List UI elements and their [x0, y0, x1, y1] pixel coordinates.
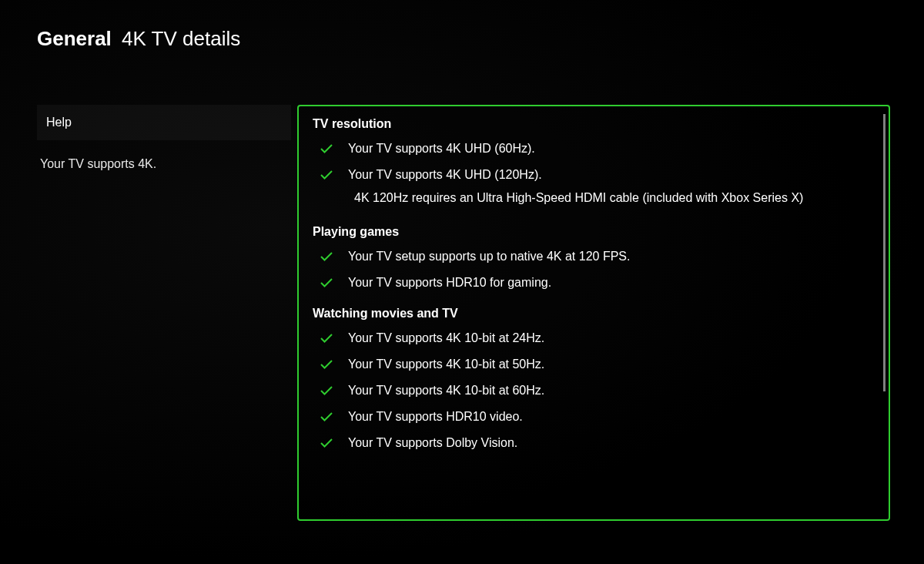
list-item: Your TV supports 4K 10-bit at 60Hz.	[313, 381, 875, 401]
list-item: Your TV supports 4K 10-bit at 50Hz.	[313, 354, 875, 374]
check-text: Your TV supports 4K 10-bit at 50Hz.	[348, 358, 544, 371]
check-text: Your TV supports 4K UHD (120Hz).	[348, 168, 542, 182]
check-text: Your TV supports HDR10 video.	[348, 410, 523, 424]
section-tv-resolution: TV resolution Your TV supports 4K UHD (6…	[313, 117, 875, 211]
sidebar-item-label: Help	[46, 116, 72, 129]
check-text: Your TV supports 4K UHD (60Hz).	[348, 142, 535, 156]
list-item: Your TV setup supports up to native 4K a…	[313, 247, 875, 267]
section-title: Playing games	[313, 225, 875, 239]
check-text: Your TV supports 4K 10-bit at 60Hz.	[348, 384, 544, 398]
check-icon	[320, 385, 337, 396]
list-item: Your TV supports Dolby Vision.	[313, 433, 875, 453]
sidebar: Help Your TV supports 4K.	[37, 105, 291, 521]
check-icon	[320, 277, 337, 288]
list-item: Your TV supports 4K UHD (60Hz).	[313, 139, 875, 159]
list-item: Your TV supports 4K UHD (120Hz).	[313, 165, 875, 185]
section-title: TV resolution	[313, 117, 875, 131]
breadcrumb-category: General	[37, 27, 112, 50]
list-item-note: 4K 120Hz requires an Ultra High-Speed HD…	[313, 191, 875, 211]
details-panel[interactable]: TV resolution Your TV supports 4K UHD (6…	[297, 105, 890, 521]
check-text: Your TV supports HDR10 for gaming.	[348, 276, 551, 290]
sidebar-item-help[interactable]: Help	[37, 105, 291, 140]
check-icon	[320, 251, 337, 262]
list-item: Your TV supports HDR10 video.	[313, 407, 875, 427]
check-text: Your TV setup supports up to native 4K a…	[348, 250, 630, 264]
check-icon	[320, 411, 337, 422]
check-icon	[320, 333, 337, 344]
list-item: Your TV supports HDR10 for gaming.	[313, 273, 875, 293]
check-text: Your TV supports 4K 10-bit at 24Hz.	[348, 331, 544, 345]
content-area: Help Your TV supports 4K. TV resolution …	[0, 105, 924, 521]
section-playing-games: Playing games Your TV setup supports up …	[313, 225, 875, 293]
check-icon	[320, 359, 337, 370]
check-text: Your TV supports Dolby Vision.	[348, 436, 517, 450]
section-watching: Watching movies and TV Your TV supports …	[313, 307, 875, 453]
breadcrumb: General 4K TV details	[37, 27, 924, 51]
sidebar-status-text: Your TV supports 4K.	[37, 140, 291, 171]
list-item: Your TV supports 4K 10-bit at 24Hz.	[313, 328, 875, 348]
scrollbar[interactable]	[883, 114, 886, 391]
check-icon	[320, 438, 337, 448]
note-text: 4K 120Hz requires an Ultra High-Speed HD…	[354, 191, 803, 204]
breadcrumb-page: 4K TV details	[122, 27, 240, 50]
check-icon	[320, 143, 337, 154]
section-title: Watching movies and TV	[313, 307, 875, 321]
header: General 4K TV details	[0, 0, 924, 51]
check-icon	[320, 170, 337, 180]
